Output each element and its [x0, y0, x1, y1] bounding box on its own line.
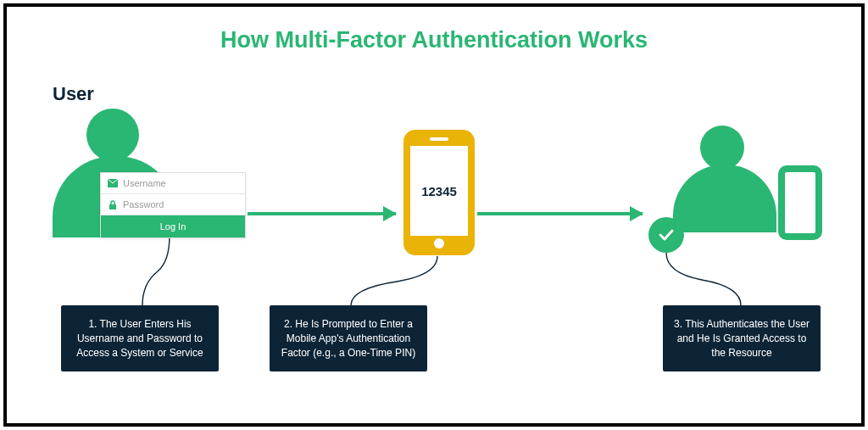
password-field: Password	[101, 194, 245, 215]
otp-code: 12345	[410, 146, 468, 236]
login-form: Username Password Log In	[100, 172, 246, 238]
password-placeholder: Password	[123, 199, 164, 209]
connector-1	[142, 236, 176, 309]
connector-2	[351, 256, 444, 309]
check-icon	[648, 217, 684, 253]
arrow-step2-step3	[477, 212, 643, 215]
lock-icon	[108, 200, 118, 209]
login-button: Log In	[101, 215, 245, 237]
callout-step-2: 2. He Is Prompted to Enter a Mobile App'…	[270, 305, 427, 371]
arrow-step1-step2	[248, 212, 396, 215]
callout-step-3: 3. This Authenticates the User and He Is…	[663, 305, 821, 371]
username-field: Username	[101, 173, 245, 194]
mail-icon	[108, 179, 118, 187]
connector-3	[666, 253, 743, 309]
user-label: User	[53, 83, 94, 105]
username-placeholder: Username	[123, 178, 166, 188]
diagram-title: How Multi-Factor Authentication Works	[7, 27, 861, 53]
svg-rect-1	[109, 204, 116, 209]
diagram-frame: How Multi-Factor Authentication Works Us…	[3, 3, 865, 427]
callout-step-1: 1. The User Enters His Username and Pass…	[61, 305, 219, 371]
phone-icon: 12345	[403, 130, 475, 255]
phone-small-icon	[778, 165, 822, 240]
